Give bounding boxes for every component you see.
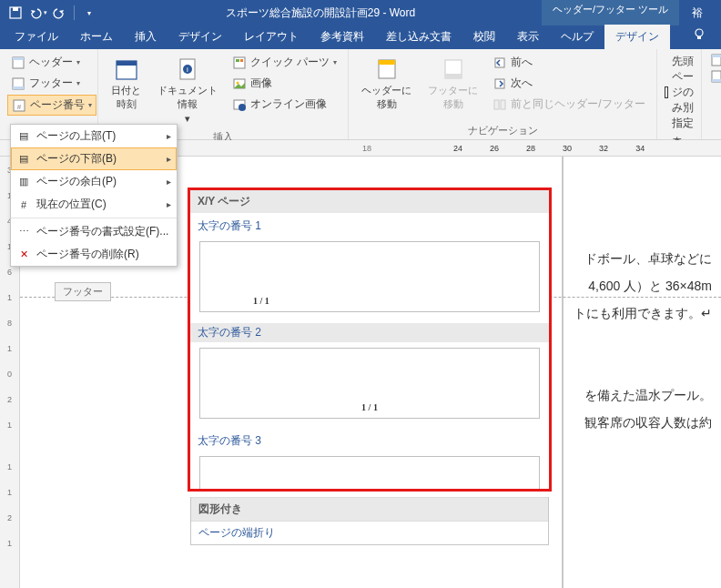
gallery-section-pagefold[interactable]: ページの端折り xyxy=(191,521,548,544)
svg-rect-1 xyxy=(13,7,18,11)
remove-icon: ✕ xyxy=(16,248,31,262)
prev-button[interactable]: 前へ xyxy=(489,53,648,72)
tab-design[interactable]: デザイン xyxy=(168,25,233,49)
gallery-item-1[interactable]: 太字の番号 1 1 / 1 xyxy=(190,213,549,321)
header-icon xyxy=(11,56,25,70)
tab-hf-design[interactable]: デザイン xyxy=(604,25,670,49)
svg-rect-11 xyxy=(117,61,137,66)
online-pictures-icon xyxy=(232,97,247,112)
chk-diff-first[interactable]: 先頭ページのみ別指定 xyxy=(665,53,694,132)
menu-remove-numbers[interactable]: ✕ページ番号の削除(R) xyxy=(11,243,177,266)
svg-text:i: i xyxy=(187,66,188,74)
undo-button[interactable]: ▾ xyxy=(27,3,47,23)
contextual-tab-label: ヘッダー/フッター ツール xyxy=(553,3,668,16)
doc-line: 4,600 人）と 36×48m xyxy=(588,275,712,298)
doc-line: を備えた温水プール。 xyxy=(584,384,712,407)
pictures-icon xyxy=(232,76,247,91)
go-footer-button: フッターに 移動 xyxy=(422,53,483,122)
doc-info-icon: i xyxy=(175,56,200,82)
gallery-preview: 1 / 1 xyxy=(199,456,540,489)
footer-bottom-spin[interactable]: ▲▼ xyxy=(709,69,721,84)
tab-references[interactable]: 参考資料 xyxy=(310,25,375,49)
svg-rect-25 xyxy=(445,74,462,78)
contextual-tab-header: ヘッダー/フッター ツール xyxy=(542,0,679,25)
tell-me-button[interactable] xyxy=(683,23,716,49)
svg-rect-3 xyxy=(697,36,701,39)
go-header-button[interactable]: ヘッダーに 移動 xyxy=(356,53,417,122)
pictures-button[interactable]: 画像 xyxy=(228,74,340,93)
doc-info-button[interactable]: iドキュメント 情報▾ xyxy=(152,53,223,128)
svg-rect-33 xyxy=(712,79,721,82)
header-button[interactable]: ヘッダー▾ xyxy=(7,53,96,72)
footer-icon xyxy=(11,76,25,91)
svg-rect-15 xyxy=(234,57,245,68)
tab-help[interactable]: ヘルプ xyxy=(550,25,604,49)
header-top-spin[interactable]: ▲▼ xyxy=(709,53,721,67)
ribbon-tabs: ファイル ホーム 挿入 デザイン レイアウト 参考資料 差し込み文書 校閲 表示… xyxy=(0,25,721,49)
quick-parts-button[interactable]: クイック パーツ▾ xyxy=(228,53,340,72)
svg-rect-31 xyxy=(712,55,721,57)
menu-page-bottom[interactable]: ▤ページの下部(B)▸ xyxy=(11,147,177,170)
go-footer-icon xyxy=(441,56,466,82)
page-number-icon: # xyxy=(12,98,26,113)
svg-rect-16 xyxy=(236,59,239,62)
page-bottom-icon: ▤ xyxy=(16,152,31,167)
link-prev-button: 前と同じヘッダー/フッター xyxy=(489,95,648,114)
bulb-icon xyxy=(692,27,706,42)
link-icon xyxy=(493,97,507,112)
page-number-gallery: X/Y ページ 太字の番号 1 1 / 1 太字の番号 2 1 / 1 太字の番… xyxy=(188,188,552,492)
gallery-preview: 1 / 1 xyxy=(199,241,540,312)
footer-button[interactable]: フッター▾ xyxy=(7,74,96,93)
tab-view[interactable]: 表示 xyxy=(506,25,550,49)
svg-rect-17 xyxy=(240,59,243,62)
go-header-icon xyxy=(374,56,400,82)
window-title: スポーツ総合施設の開設計画29 - Word xyxy=(99,5,542,21)
gallery-item-3[interactable]: 太字の番号 3 1 / 1 xyxy=(190,428,549,489)
gallery-section-header: X/Y ページ xyxy=(190,190,549,213)
gallery-section-shapes: 図形付き xyxy=(191,497,548,521)
doc-line: トにも利用できます。↵ xyxy=(574,302,712,325)
svg-rect-29 xyxy=(501,100,505,109)
svg-point-2 xyxy=(696,29,703,36)
group-options: 先頭ページのみ別指定 奇数/偶数ページ別指定 ✓文書内のテキストを表示 オプショ… xyxy=(657,49,702,139)
current-pos-icon: # xyxy=(16,198,31,212)
qat-customize[interactable]: ▾ xyxy=(79,3,99,23)
tab-review[interactable]: 校閲 xyxy=(462,25,506,49)
tab-home[interactable]: ホーム xyxy=(69,25,124,49)
format-icon: ⋯ xyxy=(16,225,31,239)
gallery-preview: 1 / 1 xyxy=(199,348,540,419)
quick-parts-icon xyxy=(232,56,247,70)
date-time-button[interactable]: 日付と 時刻 xyxy=(106,53,147,128)
next-button[interactable]: 次へ xyxy=(489,74,648,93)
save-button[interactable] xyxy=(5,3,25,23)
page-margins-icon: ▥ xyxy=(16,175,31,189)
tab-insert[interactable]: 挿入 xyxy=(124,25,168,49)
menu-page-top[interactable]: ▤ページの上部(T)▸ xyxy=(11,125,177,147)
group-nav-label: ナビゲーション xyxy=(356,122,648,137)
menu-page-margins[interactable]: ▥ページの余白(P)▸ xyxy=(11,170,177,193)
group-navigation: ヘッダーに 移動 フッターに 移動 前へ 次へ 前と同じヘッダー/フッター ナビ… xyxy=(349,49,656,139)
tab-layout[interactable]: レイアウト xyxy=(233,25,310,49)
svg-text:#: # xyxy=(17,103,22,111)
page-number-button[interactable]: #ページ番号▾ xyxy=(7,95,96,116)
page-right-edge xyxy=(562,157,564,588)
page-top-icon: ▤ xyxy=(16,129,31,144)
footer-margin-icon xyxy=(709,69,721,84)
redo-button[interactable] xyxy=(49,3,69,23)
tab-file[interactable]: ファイル xyxy=(4,25,69,49)
title-bar: ▾ ▾ スポーツ総合施設の開設計画29 - Word ヘッダー/フッター ツール… xyxy=(0,0,721,25)
redo-icon xyxy=(52,5,66,20)
menu-format-numbers[interactable]: ⋯ページ番号の書式設定(F)... xyxy=(11,220,177,243)
gallery-item-2[interactable]: 太字の番号 2 1 / 1 xyxy=(190,321,549,428)
page-number-menu: ▤ページの上部(T)▸ ▤ページの下部(B)▸ ▥ページの余白(P)▸ #現在の… xyxy=(10,124,178,267)
online-pictures-button[interactable]: オンライン画像 xyxy=(228,95,340,114)
menu-current-pos[interactable]: #現在の位置(C)▸ xyxy=(11,193,177,216)
header-margin-icon xyxy=(709,53,721,67)
svg-rect-7 xyxy=(13,86,24,89)
svg-point-21 xyxy=(239,104,246,111)
doc-line: ドボール、卓球などに xyxy=(584,248,712,270)
svg-rect-5 xyxy=(13,57,24,60)
user-label[interactable]: 裕 xyxy=(679,5,716,21)
svg-rect-23 xyxy=(379,60,395,65)
tab-mailings[interactable]: 差し込み文書 xyxy=(375,25,462,49)
